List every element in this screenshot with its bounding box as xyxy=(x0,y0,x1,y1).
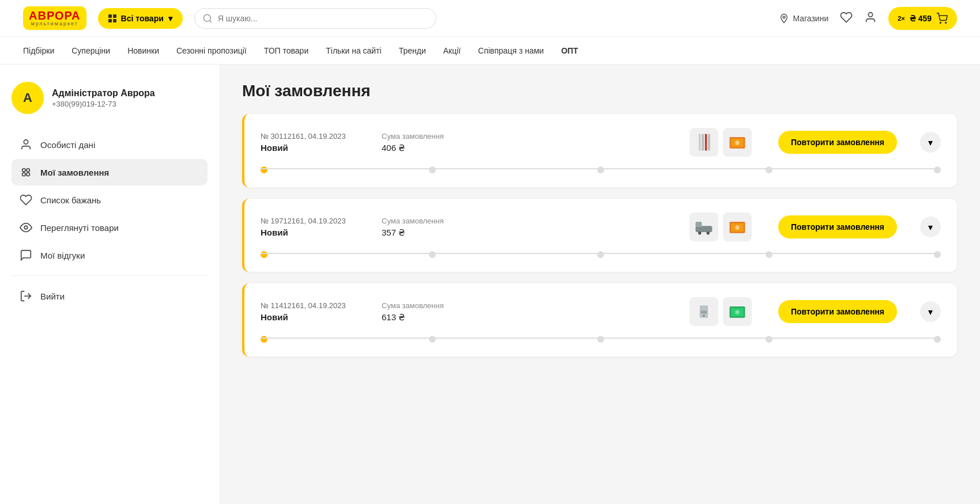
svg-point-0 xyxy=(203,14,210,21)
product-image-2a xyxy=(693,217,714,237)
progress-dot-2-1 xyxy=(261,251,267,258)
chat-icon xyxy=(20,249,32,262)
logo-subtitle: мультимаркет xyxy=(29,21,81,26)
nav-item-superciny[interactable]: Суперціни xyxy=(71,46,110,55)
svg-rect-14 xyxy=(705,134,707,151)
progress-dot-3-2 xyxy=(429,336,436,343)
expand-order-button-1[interactable]: ▾ xyxy=(920,132,941,153)
product-image-3a xyxy=(693,301,714,322)
product-thumb-3a xyxy=(689,297,718,326)
logo[interactable]: АВРОРА мультимаркет xyxy=(23,6,86,30)
svg-point-2 xyxy=(869,13,873,17)
svg-point-9 xyxy=(27,173,29,176)
svg-rect-13 xyxy=(702,134,704,151)
nav-item-online-only[interactable]: Тільки на сайті xyxy=(326,46,382,55)
header: АВРОРА мультимаркет Всі товари ▾ Магазин… xyxy=(0,0,980,37)
order-status-3: Новий xyxy=(261,312,364,322)
progress-line-1 xyxy=(261,168,941,169)
order-info-2: № 19712161, 04.19.2023 Новий xyxy=(261,217,364,237)
svg-rect-12 xyxy=(699,134,701,151)
account-icon[interactable] xyxy=(864,11,877,25)
wishlist-icon[interactable] xyxy=(840,11,853,25)
sidebar-personal-label: Особисті дані xyxy=(40,140,95,150)
svg-point-5 xyxy=(24,140,28,144)
cart-button[interactable]: 2× ₴ 459 xyxy=(888,7,957,30)
order-sum-value-3: 613 ₴ xyxy=(382,312,444,323)
all-products-button[interactable]: Всі товари ▾ xyxy=(98,8,183,29)
search-input[interactable] xyxy=(194,8,436,29)
logo-box: АВРОРА мультимаркет xyxy=(23,6,86,30)
progress-dot-2-3 xyxy=(597,251,604,258)
order-header-2: № 19712161, 04.19.2023 Новий Сума замовл… xyxy=(261,213,941,241)
progress-track-3 xyxy=(261,338,941,343)
product-thumb-2a xyxy=(689,213,718,241)
product-image-1a xyxy=(693,132,714,153)
svg-point-10 xyxy=(24,226,28,229)
sidebar-wishlist-label: Список бажань xyxy=(40,195,101,205)
heart-icon xyxy=(20,194,32,206)
progress-dot-1-1 xyxy=(261,166,267,173)
svg-rect-15 xyxy=(708,134,710,151)
nav-item-trends[interactable]: Тренди xyxy=(399,46,426,55)
nav-item-seasonal[interactable]: Сезонні пропозиції xyxy=(176,46,247,55)
nav-item-partnership[interactable]: Співпраця з нами xyxy=(478,46,544,55)
progress-dots-2 xyxy=(261,251,941,258)
repeat-order-button-2[interactable]: Повторити замовлення xyxy=(778,215,897,238)
stores-label: Магазини xyxy=(793,14,828,23)
eye-icon xyxy=(20,221,32,234)
chevron-down-icon-3: ▾ xyxy=(928,306,933,317)
nav-item-aktsii[interactable]: Акції xyxy=(443,46,461,55)
order-sum-value-2: 357 ₴ xyxy=(382,228,444,238)
expand-order-button-2[interactable]: ▾ xyxy=(920,217,941,237)
order-card-2: № 19712161, 04.19.2023 Новий Сума замовл… xyxy=(242,199,957,272)
svg-rect-27 xyxy=(701,310,707,313)
svg-point-28 xyxy=(703,314,705,317)
sidebar-item-personal[interactable]: Особисті дані xyxy=(12,131,208,158)
sidebar-item-reviews[interactable]: Мої відгуки xyxy=(12,242,208,268)
svg-point-22 xyxy=(706,232,709,234)
stores-link[interactable]: Магазини xyxy=(779,13,828,24)
svg-rect-20 xyxy=(696,222,702,227)
expand-order-button-3[interactable]: ▾ xyxy=(920,301,941,322)
order-sum-label-3: Сума замовлення xyxy=(382,301,444,310)
nav-item-pidbirkы[interactable]: Підбірки xyxy=(23,46,54,55)
user-info: А Адміністратор Аврора +380(99)019-12-73 xyxy=(12,82,208,114)
user-details: Адміністратор Аврора +380(99)019-12-73 xyxy=(52,88,155,108)
product-image-1b xyxy=(727,132,748,153)
sidebar-orders-label: Мої замовлення xyxy=(40,168,109,177)
progress-dot-3-3 xyxy=(597,336,604,343)
repeat-order-button-1[interactable]: Повторити замовлення xyxy=(778,131,897,154)
progress-dot-3-4 xyxy=(766,336,772,343)
svg-point-25 xyxy=(735,225,739,229)
main-nav: Підбірки Суперціни Новинки Сезонні пропо… xyxy=(0,37,980,65)
nav-item-top[interactable]: ТОП товари xyxy=(264,46,308,55)
logo-name: АВРОРА xyxy=(29,9,81,22)
cart-icon xyxy=(936,13,948,24)
svg-point-31 xyxy=(735,310,739,314)
order-number-1: № 30112161, 04.19.2023 xyxy=(261,132,364,141)
sidebar-item-wishlist[interactable]: Список бажань xyxy=(12,187,208,213)
order-images-1 xyxy=(689,128,752,157)
progress-line-3 xyxy=(261,338,941,339)
orders-icon xyxy=(20,166,32,179)
nav-item-novynky[interactable]: Новинки xyxy=(127,46,159,55)
person-icon xyxy=(20,138,32,151)
header-right: Магазини 2× ₴ 459 xyxy=(779,7,957,30)
nav-item-opt[interactable]: ОПТ xyxy=(561,46,578,55)
repeat-order-button-3[interactable]: Повторити замовлення xyxy=(778,300,897,323)
order-sum-3: Сума замовлення 613 ₴ xyxy=(382,301,444,323)
product-thumb-1a xyxy=(689,128,718,157)
progress-dot-1-4 xyxy=(766,166,772,173)
sidebar-item-logout[interactable]: Вийти xyxy=(12,283,208,309)
progress-track-1 xyxy=(261,168,941,173)
svg-point-21 xyxy=(698,232,701,234)
user-name: Адміністратор Аврора xyxy=(52,88,155,98)
svg-line-1 xyxy=(209,20,211,22)
progress-dot-3-5 xyxy=(934,336,941,343)
sidebar-nav: Особисті дані Мої замовлення Список бажа… xyxy=(12,131,208,268)
progress-dots-3 xyxy=(261,336,941,343)
logout-icon xyxy=(20,290,32,302)
sidebar-item-orders[interactable]: Мої замовлення xyxy=(12,159,208,185)
sidebar-item-viewed[interactable]: Переглянуті товари xyxy=(12,214,208,241)
svg-point-3 xyxy=(940,22,941,23)
